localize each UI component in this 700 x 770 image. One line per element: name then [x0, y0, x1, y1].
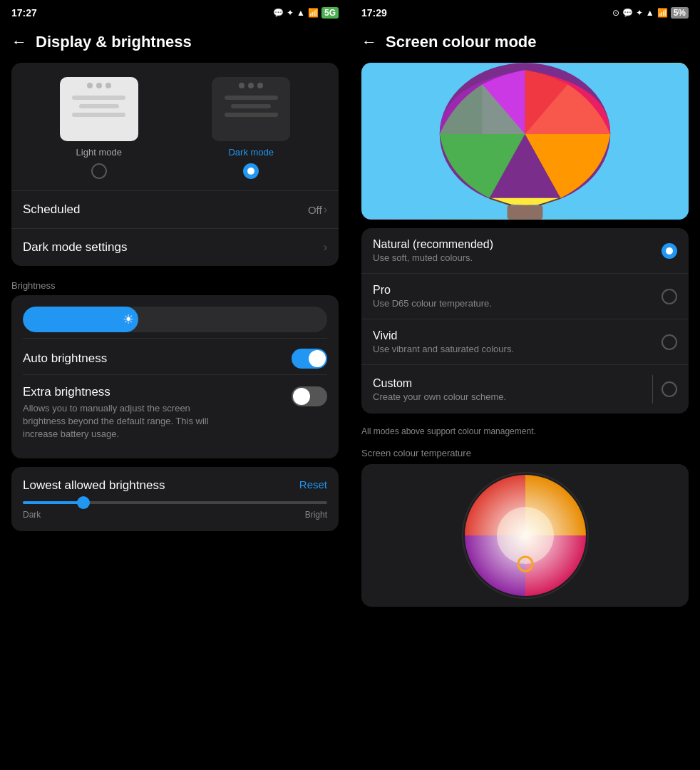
right-panel: 17:29 ⊙ 💬 ✦ ▲ 📶 5% ← Screen colour mode [350, 0, 700, 770]
pro-radio[interactable] [662, 289, 677, 304]
custom-radio-group [647, 375, 677, 404]
lowest-brightness-title: Lowest allowed brightness [23, 478, 165, 493]
mode-selector-card: Light mode Dark mode [11, 63, 339, 266]
light-mode-label: Light mode [76, 147, 122, 158]
dot1 [87, 83, 93, 88]
scheduled-label: Scheduled [23, 202, 80, 217]
brightness-slider-track[interactable]: ☀ [23, 307, 327, 332]
dark-mode-radio[interactable] [243, 163, 259, 179]
color-mode-custom[interactable]: Custom Create your own colour scheme. [361, 364, 689, 414]
battery-badge-right: 5% [671, 7, 689, 19]
custom-mode-desc: Create your own colour scheme. [373, 391, 647, 402]
status-bar-right: 17:29 ⊙ 💬 ✦ ▲ 📶 5% [350, 0, 700, 26]
balloon-svg [361, 63, 689, 220]
svg-rect-2 [508, 205, 543, 220]
light-mode-option[interactable]: Light mode [60, 77, 138, 179]
color-preview-image [361, 63, 689, 220]
extra-brightness-toggle[interactable] [292, 386, 327, 406]
message-icon: 💬 [273, 8, 284, 18]
dot4 [239, 83, 245, 88]
color-mode-pro[interactable]: Pro Use D65 colour temperature. [361, 273, 689, 319]
page-title-left: Display & brightness [36, 33, 192, 51]
pro-mode-desc: Use D65 colour temperature. [373, 298, 662, 309]
vivid-mode-desc: Use vibrant and saturated colours. [373, 344, 662, 354]
custom-mode-info: Custom Create your own colour scheme. [373, 377, 647, 402]
extra-brightness-desc: Allows you to manually adjust the screen… [23, 402, 222, 441]
bluetooth-icon: ✦ [287, 8, 294, 18]
dot5 [248, 83, 254, 88]
battery-badge-left: 5G [321, 7, 339, 19]
scheduled-chevron: › [324, 203, 327, 216]
dark-mode-dots [239, 83, 263, 88]
scheduled-row[interactable]: Scheduled Off › [11, 190, 339, 228]
status-icons-right: ⊙ 💬 ✦ ▲ 📶 5% [612, 7, 689, 19]
back-button-left[interactable]: ← [11, 33, 27, 51]
custom-radio[interactable] [662, 381, 677, 397]
radio-dot [247, 168, 254, 175]
mode-selector: Light mode Dark mode [11, 63, 339, 190]
color-temperature-wheel[interactable] [461, 471, 590, 600]
color-mode-vivid[interactable]: Vivid Use vibrant and saturated colours. [361, 319, 689, 364]
dark-label: Dark [23, 510, 41, 520]
natural-mode-title: Natural (recommended) [373, 238, 662, 251]
lowest-brightness-slider[interactable] [23, 501, 327, 504]
camera-icon: ⊙ [612, 8, 619, 18]
scheduled-value: Off › [308, 203, 327, 216]
extra-brightness-knob [293, 388, 310, 405]
scheduled-off-text: Off [308, 204, 322, 216]
dark-mode-settings-label: Dark mode settings [23, 240, 127, 255]
brightness-card: ☀ Auto brightness Extra brightness Allow… [11, 295, 339, 458]
vivid-radio[interactable] [662, 334, 677, 350]
status-time-right: 17:29 [361, 7, 387, 19]
lowest-brightness-card: Lowest allowed brightness Reset Dark Bri… [11, 467, 339, 531]
dot2 [96, 83, 102, 88]
line2 [79, 104, 119, 108]
color-mode-card: Natural (recommended) Use soft, muted co… [361, 228, 689, 414]
back-button-right[interactable]: ← [361, 33, 377, 51]
light-mode-dots [87, 83, 111, 88]
svg-point-10 [521, 560, 530, 568]
natural-mode-desc: Use soft, muted colours. [373, 252, 662, 263]
extra-brightness-top: Extra brightness Allows you to manually … [23, 385, 327, 441]
lowest-brightness-labels: Dark Bright [23, 510, 327, 520]
wifi-icon-right: ▲ [646, 8, 654, 18]
auto-brightness-knob [309, 350, 326, 367]
dark-mode-option[interactable]: Dark mode [212, 77, 290, 179]
dark-mode-settings-row[interactable]: Dark mode settings › [11, 228, 339, 266]
dot3 [105, 83, 111, 88]
line5 [231, 104, 271, 108]
natural-mode-info: Natural (recommended) Use soft, muted co… [373, 238, 662, 263]
color-mode-natural[interactable]: Natural (recommended) Use soft, muted co… [361, 228, 689, 273]
custom-mode-title: Custom [373, 377, 647, 390]
vivid-mode-title: Vivid [373, 329, 662, 342]
extra-brightness-text-block: Extra brightness Allows you to manually … [23, 385, 222, 441]
line6 [225, 113, 278, 117]
brightness-slider-fill: ☀ [23, 307, 138, 332]
natural-radio[interactable] [662, 243, 677, 259]
svg-point-8 [497, 507, 554, 564]
dark-mode-preview [212, 77, 290, 141]
phone-signal-icon: 📶 [308, 8, 319, 18]
phone-signal-icon-right: 📶 [657, 8, 668, 18]
page-header-right: ← Screen colour mode [350, 26, 700, 63]
pro-mode-title: Pro [373, 284, 662, 297]
line3 [72, 113, 125, 117]
temp-wheel-card [361, 464, 689, 607]
natural-radio-dot [666, 247, 673, 255]
dot6 [257, 83, 263, 88]
status-icons-left: 💬 ✦ ▲ 📶 5G [273, 7, 339, 19]
light-mode-radio[interactable] [91, 163, 107, 179]
left-panel: 17:27 💬 ✦ ▲ 📶 5G ← Display & brightness [0, 0, 350, 770]
dark-settings-chevron: › [324, 241, 327, 254]
status-time-left: 17:27 [11, 7, 37, 19]
color-mgmt-note: All modes above support colour managemen… [350, 422, 700, 445]
page-header-left: ← Display & brightness [0, 26, 350, 63]
auto-brightness-toggle[interactable] [292, 349, 327, 369]
brightness-slider-icon: ☀ [123, 312, 134, 327]
light-mode-preview [60, 77, 138, 141]
line1 [72, 96, 125, 100]
reset-button[interactable]: Reset [299, 478, 327, 491]
auto-brightness-label: Auto brightness [23, 351, 107, 366]
lowest-slider-thumb [77, 496, 90, 509]
extra-brightness-row: Extra brightness Allows you to manually … [23, 374, 327, 447]
